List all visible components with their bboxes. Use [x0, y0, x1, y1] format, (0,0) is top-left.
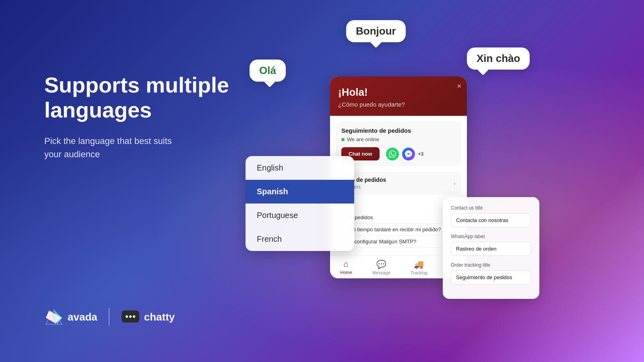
bubble-xin-chao-text: Xin chào — [477, 52, 520, 64]
message-icon: 💬 — [376, 259, 386, 269]
sub-heading: Pick the language that best suits your a… — [44, 134, 246, 161]
online-text: We are online — [347, 136, 379, 142]
svg-point-7 — [133, 315, 135, 318]
avada-logo: avada — [44, 309, 97, 325]
messenger-icon[interactable] — [402, 148, 415, 160]
svg-marker-3 — [46, 311, 62, 323]
settings-field-whatsapp: WhatsApp label Rastreo de orden — [451, 234, 531, 256]
logo-area: avada chatty — [44, 308, 175, 326]
chat-list-item[interactable]: iento de pedidos ur orders › — [336, 172, 461, 195]
lang-item-spanish[interactable]: Spanish — [246, 180, 354, 204]
chat-arrow-icon: › — [454, 180, 456, 187]
nav-label-home: Home — [340, 270, 352, 275]
close-icon[interactable]: × — [457, 82, 461, 90]
settings-label-order-tracking: Order tracking title — [451, 262, 531, 268]
settings-field-order-tracking: Order tracking title Seguimiento de pedi… — [451, 262, 531, 284]
lang-item-portuguese[interactable]: Portuguese — [246, 204, 354, 227]
settings-input-whatsapp[interactable]: Rastreo de orden — [451, 242, 531, 256]
avada-icon — [44, 309, 64, 325]
bubble-xin-chao: Xin chào — [467, 47, 530, 70]
svg-point-6 — [129, 315, 132, 318]
chat-online-status: We are online — [341, 136, 456, 142]
home-icon: ⌂ — [344, 259, 349, 269]
tracking-icon: 🚚 — [414, 259, 424, 269]
bubble-ola: Olá — [250, 60, 286, 82]
chatty-logo: chatty — [121, 309, 175, 325]
bubble-bonjour: Bonjour — [346, 20, 406, 42]
left-section: Supports multiple languages Pick the lan… — [44, 72, 246, 161]
bubble-bonjour-text: Bonjour — [356, 25, 396, 37]
avada-text: avada — [68, 311, 97, 323]
nav-label-tracking: Tracking — [411, 270, 427, 275]
settings-label-contact: Contact us title — [451, 205, 531, 211]
settings-field-contact: Contact us title Contacta con nosotras — [451, 205, 531, 227]
chat-sub-greeting: ¿Cómo puedo ayudarte? — [338, 101, 459, 108]
lang-item-french[interactable]: French — [246, 227, 354, 251]
settings-input-order-tracking[interactable]: Seguimiento de pedidos — [451, 270, 531, 284]
chatty-icon — [121, 309, 140, 325]
online-dot — [341, 138, 345, 141]
sub-heading-line2: your audience — [44, 148, 246, 161]
settings-input-contact[interactable]: Contacta con nosotras — [451, 213, 531, 227]
main-heading: Supports multiple languages — [44, 72, 246, 122]
chat-greeting: ¡Hola! — [338, 86, 459, 99]
nav-label-message: Message — [372, 270, 390, 275]
nav-item-tracking[interactable]: 🚚 Tracking — [411, 259, 427, 275]
whatsapp-icon[interactable] — [386, 148, 399, 160]
chat-card: Seguimiento de pedidos We are online Cha… — [336, 121, 461, 166]
chatty-text: chatty — [144, 311, 175, 323]
sub-heading-line1: Pick the language that best suits — [44, 134, 246, 148]
chat-card-title: Seguimiento de pedidos — [341, 127, 456, 134]
bubble-ola-text: Olá — [259, 64, 276, 76]
nav-item-home[interactable]: ⌂ Home — [340, 259, 352, 275]
nav-item-message[interactable]: 💬 Message — [372, 259, 390, 275]
chat-header: × ¡Hola! ¿Cómo puedo ayudarte? — [330, 76, 467, 116]
more-count: +3 — [418, 151, 424, 157]
lang-item-english[interactable]: English — [246, 156, 354, 180]
svg-point-5 — [126, 315, 128, 318]
settings-panel: Contact us title Contacta con nosotras W… — [443, 197, 539, 299]
social-icons: +3 — [386, 148, 424, 160]
language-dropdown[interactable]: English Spanish Portuguese French — [246, 156, 354, 251]
logo-divider — [109, 308, 109, 326]
settings-label-whatsapp: WhatsApp label — [451, 234, 531, 239]
